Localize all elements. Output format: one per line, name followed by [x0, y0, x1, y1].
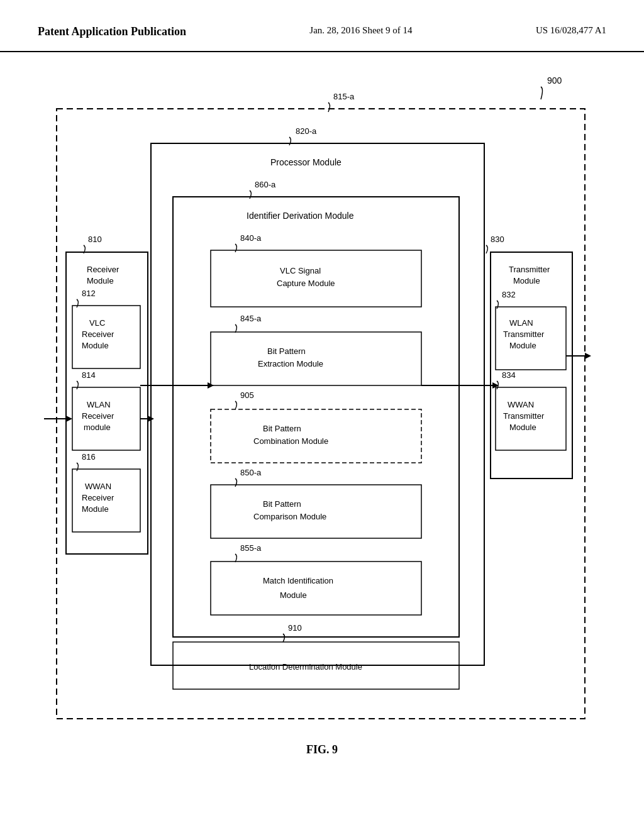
svg-text:834: 834 — [502, 370, 516, 380]
svg-text:810: 810 — [88, 235, 102, 244]
svg-text:Comparison Module: Comparison Module — [253, 512, 326, 521]
svg-text:900: 900 — [547, 75, 562, 86]
svg-marker-70 — [585, 353, 591, 359]
svg-text:814: 814 — [82, 370, 96, 380]
svg-text:Bit Pattern: Bit Pattern — [263, 424, 301, 433]
svg-text:Bit Pattern: Bit Pattern — [267, 346, 306, 356]
svg-text:816: 816 — [82, 452, 96, 462]
svg-text:Receiver: Receiver — [87, 265, 119, 274]
figure-label: FIG. 9 — [306, 743, 338, 756]
svg-text:module: module — [84, 423, 111, 432]
svg-rect-52 — [491, 252, 572, 479]
svg-text:Transmitter: Transmitter — [509, 265, 550, 274]
svg-text:860-a: 860-a — [255, 180, 276, 189]
svg-text:WWAN: WWAN — [508, 400, 534, 409]
svg-text:Bit Pattern: Bit Pattern — [263, 499, 301, 509]
svg-text:Module: Module — [280, 590, 307, 600]
sheet-info: Jan. 28, 2016 Sheet 9 of 14 — [309, 25, 412, 36]
svg-text:Module: Module — [513, 276, 540, 285]
svg-text:Capture Module: Capture Module — [277, 279, 335, 288]
svg-rect-4 — [151, 143, 484, 665]
patent-number: US 16/028,477 A1 — [536, 25, 606, 36]
svg-text:VLC: VLC — [89, 318, 105, 328]
svg-text:840-a: 840-a — [240, 233, 262, 243]
svg-text:WWAN: WWAN — [85, 482, 111, 491]
svg-text:Combination Module: Combination Module — [253, 436, 328, 446]
publication-label: Patent Application Publication — [38, 25, 186, 38]
svg-text:832: 832 — [502, 290, 516, 299]
svg-text:Receiver: Receiver — [82, 411, 114, 421]
svg-text:815-a: 815-a — [333, 92, 355, 101]
svg-text:Module: Module — [82, 504, 109, 514]
svg-text:910: 910 — [288, 623, 302, 633]
svg-text:Receiver: Receiver — [82, 329, 114, 339]
svg-text:Module: Module — [509, 341, 536, 350]
svg-text:Module: Module — [82, 341, 109, 350]
svg-text:WLAN: WLAN — [87, 400, 111, 409]
svg-text:905: 905 — [240, 390, 254, 400]
diagram-area: 900 815-a 820-a Processor Module 860-a I… — [0, 52, 644, 775]
svg-text:Identifier Derivation Module: Identifier Derivation Module — [247, 211, 354, 221]
svg-text:VLC Signal: VLC Signal — [280, 266, 321, 275]
svg-rect-26 — [211, 562, 421, 615]
page-header: Patent Application Publication Jan. 28, … — [0, 0, 644, 52]
svg-text:Match Identification: Match Identification — [263, 576, 333, 585]
svg-text:830: 830 — [491, 235, 504, 244]
svg-text:855-a: 855-a — [240, 543, 262, 553]
patent-diagram: 900 815-a 820-a Processor Module 860-a I… — [25, 58, 616, 750]
svg-rect-7 — [173, 197, 459, 637]
svg-text:Extraction Module: Extraction Module — [258, 359, 323, 368]
svg-text:Module: Module — [509, 423, 536, 432]
svg-text:Module: Module — [87, 276, 114, 285]
svg-text:Processor Module: Processor Module — [270, 157, 341, 167]
svg-text:Location Determination Module: Location Determination Module — [249, 662, 362, 672]
svg-text:WLAN: WLAN — [509, 318, 533, 328]
svg-text:845-a: 845-a — [240, 314, 262, 323]
svg-text:850-a: 850-a — [240, 468, 262, 477]
svg-marker-66 — [66, 416, 72, 422]
svg-text:Transmitter: Transmitter — [503, 329, 545, 339]
svg-text:Transmitter: Transmitter — [503, 411, 545, 421]
svg-text:820-a: 820-a — [296, 126, 317, 136]
svg-text:Receiver: Receiver — [82, 493, 114, 502]
svg-text:812: 812 — [82, 289, 96, 298]
